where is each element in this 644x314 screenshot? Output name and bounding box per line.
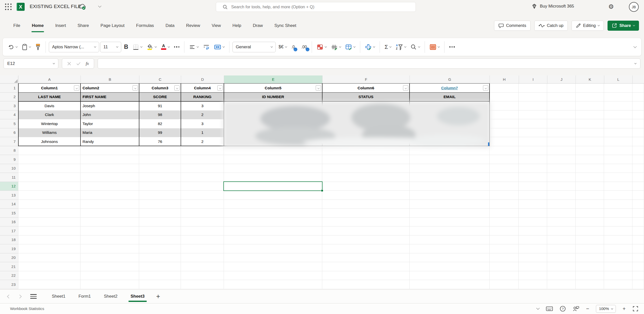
align-button[interactable] — [187, 41, 200, 53]
format-painter-button[interactable] — [33, 41, 43, 53]
column-header-J[interactable]: J — [547, 75, 576, 84]
table-data-cell[interactable]: John — [80, 110, 139, 120]
filter-dropdown-column5[interactable] — [316, 85, 321, 91]
menu-tab-file[interactable]: File — [8, 21, 26, 31]
zoom-in-button[interactable]: + — [623, 306, 626, 312]
menu-tab-formulas[interactable]: Formulas — [130, 21, 160, 31]
styles-gallery-button[interactable] — [428, 41, 441, 53]
insert-cells-button[interactable] — [363, 41, 377, 53]
table-header-cell[interactable]: Column6 — [322, 84, 410, 93]
table-data-cell[interactable]: 3 — [181, 119, 224, 128]
row-header-6[interactable]: 6 — [0, 128, 18, 137]
menu-tab-help[interactable]: Help — [227, 21, 247, 31]
row-header-17[interactable]: 17 — [0, 226, 18, 236]
row-header-12[interactable]: 12 — [0, 182, 18, 191]
help-icon[interactable]: ? — [560, 306, 566, 312]
row-header-13[interactable]: 13 — [0, 191, 18, 200]
menu-tab-page-layout[interactable]: Page Layout — [95, 21, 130, 31]
table-subheader-cell[interactable]: SCORE — [139, 93, 181, 102]
sheet-tab-sheet2[interactable]: Sheet2 — [97, 291, 124, 302]
fill-handle[interactable] — [321, 189, 323, 192]
table-data-cell[interactable]: 98 — [139, 110, 181, 120]
table-subheader-cell[interactable]: EMAIL — [410, 93, 490, 102]
row-header-21[interactable]: 21 — [0, 262, 18, 271]
font-color-button[interactable]: A — [159, 41, 171, 53]
editing-mode-button[interactable]: Editing — [572, 21, 604, 31]
buy-microsoft-365-button[interactable]: Buy Microsoft 365 — [531, 3, 574, 9]
column-header-E[interactable]: E — [224, 75, 322, 84]
menu-tab-insert[interactable]: Insert — [50, 21, 72, 31]
table-data-cell[interactable]: 99 — [139, 128, 181, 137]
column-header-C[interactable]: C — [139, 75, 181, 84]
column-header-A[interactable]: A — [18, 75, 80, 84]
table-data-cell[interactable]: 2 — [181, 110, 224, 120]
row-header-5[interactable]: 5 — [0, 119, 18, 128]
row-header-18[interactable]: 18 — [0, 236, 18, 245]
table-data-cell[interactable]: 76 — [139, 137, 181, 146]
row-header-14[interactable]: 14 — [0, 200, 18, 209]
table-subheader-cell[interactable]: FIRST NAME — [80, 93, 139, 102]
table-data-cell[interactable]: 3 — [181, 101, 224, 110]
filter-dropdown-column6[interactable] — [403, 85, 408, 91]
column-header-G[interactable]: G — [410, 75, 490, 84]
filter-dropdown-column7[interactable] — [483, 85, 488, 91]
row-header-22[interactable]: 22 — [0, 271, 18, 280]
row-header-11[interactable]: 11 — [0, 173, 18, 182]
row-header-15[interactable]: 15 — [0, 209, 18, 218]
more-commands-button[interactable] — [448, 41, 457, 53]
column-header-D[interactable]: D — [181, 75, 224, 84]
zoom-out-button[interactable]: − — [586, 306, 589, 312]
settings-gear-icon[interactable]: ⚙ — [608, 3, 614, 10]
formula-input[interactable] — [98, 58, 640, 69]
menu-tab-data[interactable]: Data — [160, 21, 180, 31]
cell-styles-button[interactable] — [344, 41, 357, 53]
excel-logo-icon[interactable]: X — [17, 3, 25, 11]
format-as-table-button[interactable] — [329, 41, 343, 53]
menu-tab-draw[interactable]: Draw — [247, 21, 269, 31]
sheet-tab-sheet1[interactable]: Sheet1 — [45, 291, 72, 302]
next-sheet-chevron-icon[interactable] — [18, 294, 22, 298]
column-header-L[interactable]: L — [604, 75, 632, 84]
borders-button[interactable] — [131, 41, 144, 53]
table-subheader-cell[interactable]: RANKING — [181, 93, 224, 102]
column-header-K[interactable]: K — [576, 75, 604, 84]
status-options-chevron-icon[interactable] — [536, 306, 540, 310]
more-font-options-button[interactable] — [172, 41, 181, 53]
table-header-cell[interactable]: Column7 — [410, 84, 490, 93]
merge-center-button[interactable] — [212, 41, 226, 53]
workbook-statistics-button[interactable]: Workbook Statistics — [10, 306, 44, 311]
fill-color-button[interactable] — [145, 41, 158, 53]
table-data-cell[interactable]: Taylor — [80, 119, 139, 128]
spreadsheet-grid[interactable]: ABCDEFGHIJKL1234567891011121314151617181… — [0, 75, 644, 289]
column-header-partial[interactable] — [632, 75, 644, 84]
table-data-cell[interactable]: 1 — [181, 128, 224, 137]
expand-formula-bar-chevron-icon[interactable] — [634, 62, 636, 64]
increase-decimal-button[interactable]: .00→ — [300, 41, 309, 53]
share-button[interactable]: Share — [608, 21, 639, 31]
all-sheets-menu-icon[interactable] — [30, 294, 37, 299]
comments-button[interactable]: Comments — [494, 21, 531, 31]
catch-up-button[interactable]: Catch up — [534, 21, 568, 31]
cancel-entry-icon[interactable] — [67, 62, 71, 66]
table-data-cell[interactable]: Maria — [80, 128, 139, 137]
currency-format-button[interactable]: $€ — [277, 41, 289, 53]
document-title[interactable]: EXISTING EXCEL FILE — [30, 4, 81, 9]
menu-tab-view[interactable]: View — [206, 21, 227, 31]
table-data-cell[interactable]: Randy — [80, 137, 139, 146]
table-subheader-cell[interactable]: LAST NAME — [18, 93, 80, 102]
undo-button[interactable] — [6, 41, 19, 53]
column-header-H[interactable]: H — [490, 75, 519, 84]
ribbon-collapse-chevron-icon[interactable] — [633, 45, 637, 48]
select-all-triangle-icon[interactable] — [14, 79, 18, 83]
row-header-16[interactable]: 16 — [0, 218, 18, 227]
table-data-cell[interactable]: 91 — [139, 101, 181, 110]
row-header-2[interactable]: 2 — [0, 93, 18, 102]
font-size-combobox[interactable]: 11 — [100, 42, 121, 52]
table-data-cell[interactable]: Williams — [18, 128, 80, 137]
bold-button[interactable]: B — [122, 41, 130, 53]
add-sheet-button[interactable]: + — [153, 293, 164, 300]
table-data-cell[interactable]: 2 — [181, 137, 224, 146]
filter-dropdown-column4[interactable] — [217, 85, 223, 91]
column-header-B[interactable]: B — [80, 75, 139, 84]
decrease-decimal-button[interactable]: .0← — [290, 41, 296, 53]
